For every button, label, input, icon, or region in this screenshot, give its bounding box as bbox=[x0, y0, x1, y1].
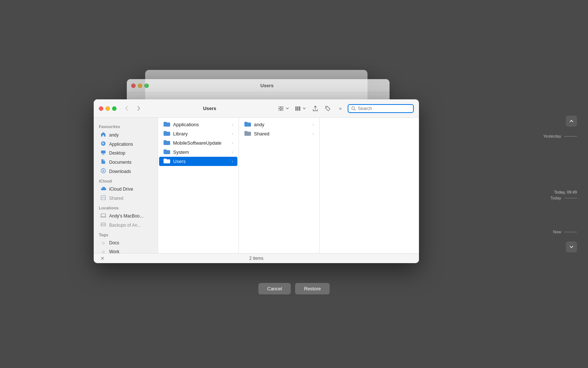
sidebar-work-label: Work bbox=[109, 249, 119, 253]
svg-rect-10 bbox=[101, 151, 105, 153]
home-icon bbox=[100, 132, 106, 138]
sidebar-item-work-tag[interactable]: ○ Work bbox=[95, 247, 156, 253]
column-2: andy › Shared › bbox=[239, 118, 320, 253]
svg-rect-1 bbox=[281, 106, 283, 108]
window-title: Users bbox=[146, 106, 273, 111]
timeline-widget: Yesterday Today, 09:49 Today Now bbox=[533, 0, 577, 368]
col1-applications-label: Applications bbox=[173, 122, 229, 127]
cancel-button[interactable]: Cancel bbox=[258, 283, 291, 294]
sidebar-section-locations: Locations bbox=[94, 203, 158, 212]
yesterday-label: Yesterday bbox=[543, 134, 561, 138]
column-1: Applications › Library › bbox=[158, 118, 239, 253]
col1-item-applications[interactable]: Applications › bbox=[159, 120, 237, 129]
sidebar-item-downloads[interactable]: Downloads bbox=[95, 167, 156, 176]
tag-button[interactable] bbox=[323, 103, 333, 114]
minimize-button[interactable] bbox=[105, 106, 110, 111]
view-toggle-button[interactable] bbox=[276, 105, 291, 112]
back-button[interactable] bbox=[122, 104, 131, 113]
forward-button[interactable] bbox=[134, 104, 143, 113]
bg-tl-max bbox=[144, 84, 149, 88]
folder-system-icon bbox=[164, 149, 170, 155]
col2-shared-label: Shared bbox=[254, 131, 310, 137]
sidebar-section-tags: Tags bbox=[94, 230, 158, 238]
share-button[interactable] bbox=[310, 103, 320, 114]
col1-users-label: Users bbox=[173, 159, 229, 164]
col2-item-andy[interactable]: andy › bbox=[240, 120, 318, 129]
sidebar-item-backups[interactable]: Backups of An... bbox=[95, 220, 156, 230]
col1-item-mobile-update[interactable]: MobileSoftwareUpdate › bbox=[159, 138, 237, 148]
svg-rect-4 bbox=[295, 106, 297, 111]
traffic-lights bbox=[99, 106, 116, 111]
folder-shared-icon bbox=[244, 131, 251, 137]
col1-item-users[interactable]: Users › bbox=[159, 157, 237, 166]
svg-point-8 bbox=[352, 107, 355, 110]
maximize-button[interactable] bbox=[112, 106, 116, 111]
chevron-library: › bbox=[232, 132, 233, 136]
col2-andy-label: andy bbox=[254, 122, 310, 127]
chevron-andy: › bbox=[313, 123, 314, 127]
folder-users-icon bbox=[164, 158, 170, 164]
svg-rect-3 bbox=[281, 109, 283, 111]
sidebar-docs-label: Docs bbox=[109, 240, 119, 245]
applications-icon bbox=[100, 141, 106, 147]
chevron-applications: › bbox=[232, 123, 233, 127]
timeline-line-today bbox=[564, 198, 577, 198]
sidebar-item-shared-icloud[interactable]: Shared bbox=[95, 194, 156, 203]
folder-andy-icon bbox=[244, 121, 251, 128]
sidebar-item-docs-tag[interactable]: ○ Docs bbox=[95, 238, 156, 247]
sidebar-item-macbook[interactable]: Andy's MacBoo... bbox=[95, 212, 156, 220]
bg-tl-close bbox=[131, 84, 136, 88]
icloud-icon bbox=[100, 186, 106, 192]
svg-rect-13 bbox=[101, 214, 105, 217]
chevron-shared: › bbox=[313, 132, 314, 136]
timeline-entries: Yesterday Today, 09:49 Today Now bbox=[543, 127, 577, 241]
sidebar-item-documents[interactable]: Documents bbox=[95, 158, 156, 167]
search-input[interactable] bbox=[358, 106, 409, 111]
drive-icon bbox=[100, 222, 106, 228]
search-box bbox=[348, 104, 414, 113]
content-area: Favourites andy Applications bbox=[94, 118, 419, 253]
timeline-scroll-up-button[interactable] bbox=[566, 116, 577, 127]
chevron-mobile: › bbox=[232, 141, 233, 145]
svg-point-15 bbox=[102, 224, 103, 225]
timeline-line-yesterday bbox=[564, 136, 577, 137]
sidebar-item-applications[interactable]: Applications bbox=[95, 139, 156, 149]
laptop-icon bbox=[100, 213, 106, 219]
desktop-icon bbox=[100, 150, 106, 156]
status-bar: ✕ 2 items bbox=[94, 253, 419, 263]
chevron-system: › bbox=[232, 150, 233, 154]
bottom-buttons: Cancel Restore bbox=[258, 283, 330, 294]
sidebar-shared-icloud-label: Shared bbox=[109, 196, 123, 201]
sidebar-icloud-label: iCloud Drive bbox=[109, 187, 133, 192]
bg-window-2-title: Users bbox=[149, 83, 385, 88]
col1-item-library[interactable]: Library › bbox=[159, 129, 237, 138]
folder-mobile-icon bbox=[164, 140, 170, 146]
svg-rect-5 bbox=[297, 106, 298, 111]
grid-view-button[interactable] bbox=[293, 105, 308, 112]
timeline-scroll-down-button[interactable] bbox=[566, 241, 577, 252]
timeline-line-now bbox=[564, 232, 577, 232]
col1-library-label: Library bbox=[173, 131, 229, 137]
timeline-yesterday-entry: Yesterday bbox=[543, 134, 577, 138]
svg-rect-2 bbox=[279, 109, 280, 111]
col2-item-shared[interactable]: Shared › bbox=[240, 129, 318, 138]
sidebar: Favourites andy Applications bbox=[94, 118, 158, 253]
timeline-now-entry: Now bbox=[553, 230, 577, 234]
bg-tl-min bbox=[138, 84, 142, 88]
sidebar-item-icloud-drive[interactable]: iCloud Drive bbox=[95, 185, 156, 194]
sidebar-downloads-label: Downloads bbox=[109, 169, 131, 174]
now-label: Now bbox=[553, 230, 561, 234]
bg-window-2-titlebar: Users bbox=[127, 79, 390, 92]
today-timestamp: Today, 09:49 bbox=[554, 190, 577, 194]
sidebar-item-desktop[interactable]: Desktop bbox=[95, 149, 156, 158]
restore-button[interactable]: Restore bbox=[295, 283, 330, 294]
sidebar-item-andy[interactable]: andy bbox=[95, 130, 156, 139]
status-close-button[interactable]: ✕ bbox=[99, 255, 106, 262]
svg-rect-12 bbox=[101, 195, 105, 200]
today-label: Today bbox=[551, 196, 561, 200]
sidebar-macbook-label: Andy's MacBoo... bbox=[109, 213, 143, 219]
close-button[interactable] bbox=[99, 106, 103, 111]
sidebar-section-icloud: iCloud bbox=[94, 176, 158, 185]
col1-item-system[interactable]: System › bbox=[159, 148, 237, 157]
more-button[interactable]: » bbox=[335, 103, 345, 114]
